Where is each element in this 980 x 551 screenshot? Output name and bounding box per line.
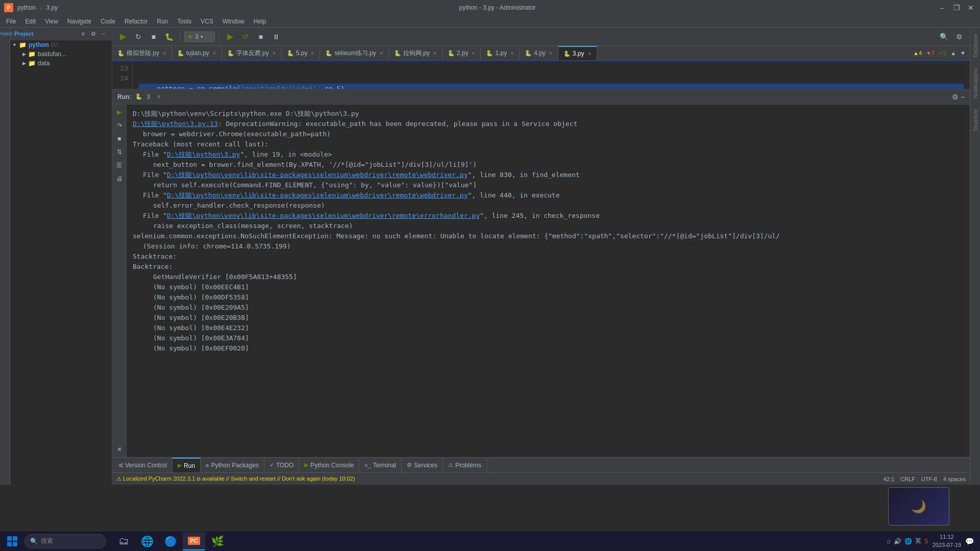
indent-setting[interactable]: 4 spaces bbox=[943, 476, 966, 482]
run-wrap-btn[interactable]: ☰ bbox=[114, 160, 125, 171]
tab-close-4[interactable]: ✕ bbox=[310, 51, 314, 56]
run-settings-icon[interactable]: ⚙ bbox=[952, 93, 959, 101]
tab-close-8[interactable]: ✕ bbox=[510, 51, 514, 56]
bottom-tab-python-console[interactable]: ▶ Python Console bbox=[299, 458, 359, 472]
tab-模拟登陆[interactable]: 🐍 模拟登陆.py ✕ bbox=[112, 46, 172, 60]
statusbar-warning[interactable]: ⚠ Localized PyCharm 2022.3.1 is availabl… bbox=[116, 475, 355, 482]
run-config-selector[interactable]: ▶ 3 ▾ bbox=[184, 32, 215, 42]
gutter-down-btn[interactable]: ▼ bbox=[960, 50, 966, 56]
gutter-up-btn[interactable]: ▲ bbox=[950, 50, 956, 56]
tab-close-5[interactable]: ✕ bbox=[379, 51, 383, 56]
run-header-close[interactable]: ✕ bbox=[156, 93, 161, 101]
sidebar-structure-label[interactable]: Structure bbox=[971, 105, 979, 136]
run-play-btn[interactable]: ▶ bbox=[114, 107, 125, 118]
menu-code[interactable]: Code bbox=[96, 17, 119, 26]
line-endings[interactable]: CRLF bbox=[900, 476, 915, 482]
tray-en-label[interactable]: 英 bbox=[915, 537, 921, 545]
tab-selieum[interactable]: 🐍 selieum练习.py ✕ bbox=[320, 46, 388, 60]
tree-item-baidufan[interactable]: ▶ 📁 baidufan... bbox=[10, 49, 112, 59]
toolbar-settings-btn[interactable]: ⚙ bbox=[952, 30, 966, 43]
tray-icon-3[interactable]: 🌐 bbox=[904, 538, 912, 545]
sidebar-notifications-label[interactable]: Notifications bbox=[971, 64, 979, 103]
code-editor-preview[interactable]: 23 24 pattern = re.compile('positionId:(… bbox=[112, 61, 970, 89]
tab-4py[interactable]: 🐍 4.py ✕ bbox=[520, 46, 558, 60]
system-clock[interactable]: 11:12 2023-07-19 bbox=[933, 533, 961, 549]
taskbar-app-pycharm[interactable]: PC bbox=[183, 532, 205, 550]
menu-refactor[interactable]: Refactor bbox=[120, 17, 152, 26]
toolbar-run-btn2[interactable]: ▶ bbox=[224, 30, 237, 43]
bottom-tab-problems[interactable]: ⚠ Problems bbox=[443, 458, 487, 472]
menu-vcs[interactable]: VCS bbox=[197, 17, 217, 26]
maximize-button[interactable]: ❐ bbox=[951, 3, 962, 13]
tab-close-3[interactable]: ✕ bbox=[272, 51, 276, 56]
file-link-3[interactable]: D:\技能\python\venv\lib\site-packages\sele… bbox=[167, 191, 468, 199]
encoding[interactable]: UTF-8 bbox=[921, 476, 937, 482]
tab-close-10[interactable]: ✕ bbox=[587, 51, 592, 57]
tab-close-1[interactable]: ✕ bbox=[162, 51, 166, 56]
tab-close-2[interactable]: ✕ bbox=[212, 51, 216, 56]
project-settings-icon[interactable]: ⚙ bbox=[89, 30, 97, 38]
run-clear-btn[interactable]: ✕ bbox=[114, 444, 125, 455]
run-toggle-btn[interactable]: ⇅ bbox=[114, 146, 125, 158]
file-link-1[interactable]: D:\技能\python\3.py bbox=[167, 151, 240, 158]
taskbar-search-bar[interactable]: 🔍 搜索 bbox=[24, 534, 106, 548]
menu-file[interactable]: File bbox=[2, 17, 20, 26]
toolbar-rerun-btn2[interactable]: ↺ bbox=[239, 30, 252, 43]
tab-tujian[interactable]: 🐍 tujian.py ✕ bbox=[172, 46, 222, 60]
tab-拉钩网[interactable]: 🐍 拉钩网.py ✕ bbox=[389, 46, 443, 60]
toolbar-stop-btn[interactable]: ■ bbox=[147, 30, 160, 43]
minimize-button[interactable]: – bbox=[937, 3, 947, 13]
taskbar-app-edge[interactable]: 🌐 bbox=[136, 532, 158, 550]
code-content[interactable]: pattern = re.compile('positionId:(\\d+)'… bbox=[133, 61, 970, 89]
bottom-tab-python-packages[interactable]: ≡ Python Packages bbox=[201, 458, 264, 472]
menu-view[interactable]: View bbox=[41, 17, 62, 26]
run-close-icon[interactable]: − bbox=[961, 93, 965, 101]
bottom-tab-run[interactable]: ▶ Run bbox=[173, 458, 201, 472]
tray-s-label[interactable]: S bbox=[924, 538, 928, 545]
menu-window[interactable]: Window bbox=[218, 17, 249, 26]
warning-link[interactable]: D:\技能\python\3.py:13 bbox=[133, 120, 218, 128]
toolbar-run-btn[interactable]: ▶ bbox=[116, 30, 130, 43]
tray-icon-1[interactable]: ⌂ bbox=[887, 538, 890, 545]
bottom-tab-services[interactable]: ⚙ Services bbox=[402, 458, 443, 472]
tray-icon-2[interactable]: 🔊 bbox=[894, 538, 901, 545]
tab-1py[interactable]: 🐍 1.py ✕ bbox=[481, 46, 520, 60]
menu-help[interactable]: Help bbox=[250, 17, 271, 26]
menu-tools[interactable]: Tools bbox=[173, 17, 195, 26]
tree-item-python[interactable]: ▼ 📁 python D:\ bbox=[10, 40, 112, 49]
bottom-tab-todo[interactable]: ✓ TODO bbox=[264, 458, 299, 472]
tab-5py[interactable]: 🐍 5.py ✕ bbox=[282, 46, 321, 60]
run-print-btn[interactable]: 🖨 bbox=[114, 173, 125, 184]
tree-item-data[interactable]: ▶ 📁 data bbox=[10, 59, 112, 68]
toolbar-search-btn[interactable]: 🔍 bbox=[937, 30, 950, 43]
file-link-2[interactable]: D:\技能\python\venv\lib\site-packages\sele… bbox=[167, 171, 468, 179]
menu-edit[interactable]: Edit bbox=[21, 17, 40, 26]
toolbar-debug-btn[interactable]: 🐛 bbox=[162, 30, 176, 43]
start-button[interactable] bbox=[2, 532, 22, 550]
taskbar-app-green[interactable]: 🌿 bbox=[206, 532, 229, 550]
run-rerun-btn[interactable]: ↷ bbox=[114, 120, 125, 131]
file-link-4[interactable]: D:\技能\python\venv\lib\site-packages\sele… bbox=[167, 212, 480, 219]
tab-字体反爬[interactable]: 🐍 字体反爬.py ✕ bbox=[222, 46, 282, 60]
project-close-icon[interactable]: − bbox=[100, 30, 108, 38]
tab-2py[interactable]: 🐍 2.py ✕ bbox=[443, 46, 481, 60]
tab-close-7[interactable]: ✕ bbox=[471, 51, 475, 56]
menu-navigate[interactable]: Navigate bbox=[63, 17, 95, 26]
tab-3py[interactable]: 🐍 3.py ✕ bbox=[558, 46, 597, 60]
close-button[interactable]: ✕ bbox=[966, 3, 976, 13]
taskbar-app-explorer[interactable]: 🗂 bbox=[112, 532, 135, 550]
bottom-tab-terminal[interactable]: >_ Terminal bbox=[359, 458, 402, 472]
cursor-position[interactable]: 42:1 bbox=[884, 476, 894, 482]
sidebar-database-label[interactable]: Database bbox=[971, 30, 979, 62]
taskbar-app-chrome[interactable]: 🔵 bbox=[159, 532, 182, 550]
project-panel-toggle[interactable]: Project bbox=[1, 30, 9, 38]
project-expand-icon[interactable]: ≡ bbox=[79, 30, 87, 38]
tab-close-9[interactable]: ✕ bbox=[549, 51, 553, 56]
notification-icon[interactable]: 💬 bbox=[965, 537, 974, 545]
tab-close-6[interactable]: ✕ bbox=[433, 51, 437, 56]
toolbar-pause-btn[interactable]: ⏸ bbox=[270, 30, 283, 43]
toolbar-rerun-btn[interactable]: ↻ bbox=[132, 30, 145, 43]
run-stop-btn[interactable]: ■ bbox=[114, 133, 125, 144]
bottom-tab-version-control[interactable]: ⑆ Version Control bbox=[114, 458, 173, 472]
toolbar-stop-btn2[interactable]: ■ bbox=[254, 30, 267, 43]
